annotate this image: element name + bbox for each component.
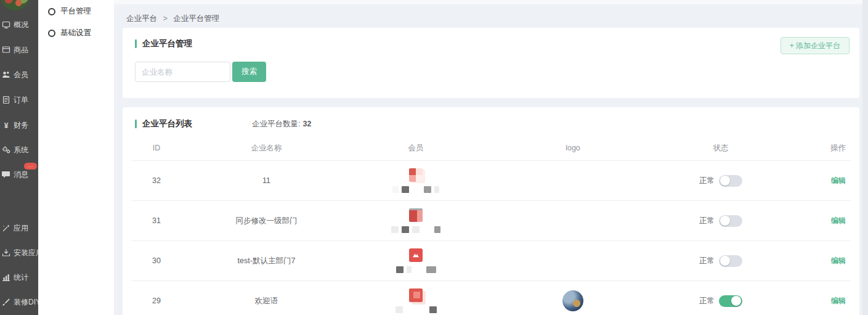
cell-company-name: test-默认主部门7 [182,256,351,266]
status-toggle[interactable] [719,295,742,307]
status-label: 正常 [699,176,715,186]
title-bar-accent [135,39,137,48]
header-company-name: 企业名称 [182,143,351,153]
edit-link[interactable]: 编辑 [831,176,846,185]
cell-status: 正常 [665,295,776,307]
add-platform-button[interactable]: + 添加企业平台 [781,37,850,54]
submenu-item-basic-settings[interactable]: 基础设置 [48,28,91,38]
member-cell [351,208,481,233]
search-button[interactable]: 搜索 [232,62,266,82]
table-row: 29 欢迎语 正常 编辑 [131,281,851,315]
message-icon [2,170,10,179]
sidebar-item-diy[interactable]: 装修DIY [2,296,38,308]
header-member: 会员 [351,143,481,153]
member-name-redacted [392,186,439,193]
cell-id: 31 [131,216,182,225]
submenu-item-platform-manage[interactable]: 平台管理 [48,6,91,17]
sidebar-item-members[interactable]: 会员 [2,68,28,81]
header-status: 状态 [665,143,776,153]
submenu-item-label: 基础设置 [60,28,91,38]
toggle-knob [720,176,730,186]
install-icon [2,248,10,257]
sidebar-item-label: 应用 [14,223,28,234]
edit-link[interactable]: 编辑 [831,297,846,305]
mountain-logo-icon [411,250,421,260]
toggle-knob [720,216,730,226]
sidebar-item-message[interactable]: 消息 ... [2,168,28,181]
cell-company-name: 11 [182,176,351,185]
stats-icon [2,273,10,282]
sidebar-item-label: 系统 [14,145,28,155]
submenu-item-label: 平台管理 [60,6,91,17]
main-content: 企业平台 > 企业平台管理 企业平台管理 搜索 + 添加企业平台 企业平台列表 … [114,0,868,315]
apps-icon [2,224,10,232]
cell-company-name: 欢迎语 [182,296,351,306]
member-image [409,208,423,222]
cell-status: 正常 [665,255,776,267]
sidebar-item-label: 统计 [14,272,28,283]
member-cell [351,288,481,313]
breadcrumb-item-current: 企业平台管理 [173,14,219,23]
sub-sidebar: 平台管理 基础设置 [38,0,114,315]
company-logo [562,290,583,311]
table-header-row: ID 企业名称 会员 logo 状态 操作 [131,136,851,161]
sidebar-item-stats[interactable]: 统计 [2,271,28,284]
member-cell [351,168,481,193]
cell-company-name: 同步修改一级部门 [182,216,351,226]
sidebar-item-label: 财务 [14,120,28,131]
search-card: 企业平台管理 搜索 + 添加企业平台 [123,28,859,98]
breadcrumb-item-parent[interactable]: 企业平台 [126,14,157,23]
cell-status: 正常 [665,175,776,187]
finance-icon: ¥ [2,121,10,129]
radio-bullet-icon [48,30,55,37]
main-sidebar: 概况 商品 会员 订单 ¥ 财务 系统 消息 ... 应用 安装应用 统计 装修… [0,0,38,315]
cell-id: 32 [131,176,182,185]
status-label: 正常 [699,216,715,226]
search-card-title-row: 企业平台管理 [135,38,192,49]
status-toggle[interactable] [719,215,742,227]
sidebar-item-label: 消息 [14,170,28,180]
message-badge: ... [24,163,37,170]
company-name-input[interactable] [135,62,230,82]
sidebar-item-finance[interactable]: ¥ 财务 [2,119,28,131]
member-name-redacted [391,226,440,233]
svg-text:¥: ¥ [4,121,9,130]
toggle-knob [720,256,730,266]
sidebar-item-overview[interactable]: 概况 [2,18,28,31]
sidebar-item-install-apps[interactable]: 安装应用 [2,247,38,259]
cell-id: 30 [131,256,182,265]
status-label: 正常 [699,256,715,266]
diy-icon [2,298,10,306]
table-row: 30 test-默认主部门7 正常 编辑 [131,241,851,281]
header-action: 操作 [776,143,851,153]
status-toggle[interactable] [719,175,742,187]
goods-icon [2,46,10,54]
sidebar-item-label: 订单 [14,95,28,105]
toggle-knob [731,296,741,306]
cell-id: 29 [131,297,182,305]
orders-icon [2,96,10,104]
sidebar-item-label: 商品 [14,45,28,55]
list-card: 企业平台列表 企业平台数量:32 ID 企业名称 会员 logo 状态 操作 3… [123,107,859,315]
sidebar-item-goods[interactable]: 商品 [2,44,28,56]
radio-bullet-icon [48,8,55,15]
title-bar-accent [135,120,137,128]
table-row: 32 11 正常 编辑 [131,161,851,201]
list-card-title-row: 企业平台列表 企业平台数量:32 [135,118,311,129]
search-card-title: 企业平台管理 [142,38,192,49]
member-name-redacted [395,306,437,313]
breadcrumb-separator: > [163,14,167,23]
user-avatar[interactable] [1,0,30,10]
status-toggle[interactable] [719,255,742,267]
edit-link[interactable]: 编辑 [831,256,846,265]
header-logo: logo [481,144,665,152]
member-cell [351,248,481,273]
sidebar-item-label: 装修DIY [14,297,38,308]
sidebar-item-system[interactable]: 系统 [2,144,28,156]
top-strip [114,0,868,4]
edit-link[interactable]: 编辑 [831,216,846,225]
sidebar-item-orders[interactable]: 订单 [2,94,28,106]
system-icon [2,145,10,154]
scrollbar[interactable] [862,0,868,315]
sidebar-item-apps[interactable]: 应用 [2,222,28,234]
